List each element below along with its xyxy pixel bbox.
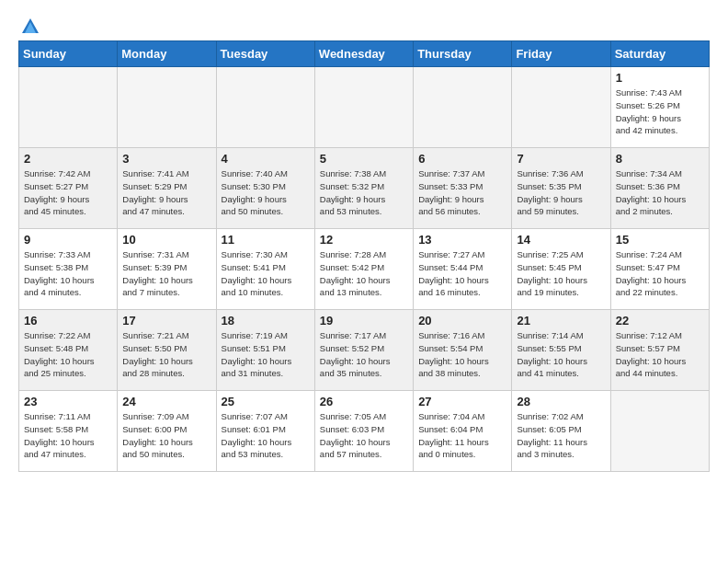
day-info: Sunrise: 7:36 AM Sunset: 5:35 PM Dayligh…: [517, 167, 605, 218]
day-info: Sunrise: 7:40 AM Sunset: 5:30 PM Dayligh…: [222, 167, 310, 218]
calendar-cell: [314, 67, 413, 148]
day-info: Sunrise: 7:12 AM Sunset: 5:57 PM Dayligh…: [616, 329, 704, 380]
calendar: SundayMondayTuesdayWednesdayThursdayFrid…: [18, 40, 710, 472]
day-number: 24: [122, 395, 210, 408]
calendar-week-row: 16Sunrise: 7:22 AM Sunset: 5:48 PM Dayli…: [19, 310, 710, 391]
calendar-cell: 14Sunrise: 7:25 AM Sunset: 5:45 PM Dayli…: [512, 229, 610, 310]
calendar-cell: 9Sunrise: 7:33 AM Sunset: 5:38 PM Daylig…: [19, 229, 118, 310]
calendar-cell: 27Sunrise: 7:04 AM Sunset: 6:04 PM Dayli…: [414, 391, 512, 472]
day-number: 8: [616, 152, 704, 166]
day-number: 14: [517, 233, 605, 247]
day-number: 18: [222, 314, 310, 327]
day-number: 19: [320, 314, 408, 327]
calendar-cell: 26Sunrise: 7:05 AM Sunset: 6:03 PM Dayli…: [314, 391, 413, 472]
day-info: Sunrise: 7:27 AM Sunset: 5:44 PM Dayligh…: [418, 248, 506, 299]
calendar-cell: [118, 67, 216, 148]
day-info: Sunrise: 7:09 AM Sunset: 6:00 PM Dayligh…: [122, 410, 210, 461]
day-info: Sunrise: 7:17 AM Sunset: 5:52 PM Dayligh…: [320, 329, 408, 380]
day-number: 10: [122, 233, 210, 247]
day-info: Sunrise: 7:02 AM Sunset: 6:05 PM Dayligh…: [517, 410, 605, 461]
calendar-cell: 25Sunrise: 7:07 AM Sunset: 6:01 PM Dayli…: [216, 391, 314, 472]
day-number: 20: [418, 314, 506, 327]
day-info: Sunrise: 7:19 AM Sunset: 5:51 PM Dayligh…: [222, 329, 310, 380]
calendar-cell: 22Sunrise: 7:12 AM Sunset: 5:57 PM Dayli…: [610, 310, 709, 391]
day-info: Sunrise: 7:30 AM Sunset: 5:41 PM Dayligh…: [222, 248, 310, 299]
calendar-cell: 7Sunrise: 7:36 AM Sunset: 5:35 PM Daylig…: [512, 148, 610, 229]
calendar-cell: 18Sunrise: 7:19 AM Sunset: 5:51 PM Dayli…: [216, 310, 314, 391]
day-info: Sunrise: 7:33 AM Sunset: 5:38 PM Dayligh…: [24, 248, 112, 299]
day-number: 28: [517, 395, 605, 408]
calendar-cell: 24Sunrise: 7:09 AM Sunset: 6:00 PM Dayli…: [118, 391, 216, 472]
day-info: Sunrise: 7:05 AM Sunset: 6:03 PM Dayligh…: [320, 410, 408, 461]
calendar-week-row: 23Sunrise: 7:11 AM Sunset: 5:58 PM Dayli…: [19, 391, 710, 472]
day-number: 13: [418, 233, 506, 247]
logo: [18, 17, 40, 33]
weekday-header-row: SundayMondayTuesdayWednesdayThursdayFrid…: [19, 41, 710, 67]
day-number: 16: [24, 314, 112, 327]
calendar-cell: [216, 67, 314, 148]
weekday-header-tuesday: Tuesday: [216, 41, 314, 67]
day-info: Sunrise: 7:25 AM Sunset: 5:45 PM Dayligh…: [517, 248, 605, 299]
calendar-cell: 21Sunrise: 7:14 AM Sunset: 5:55 PM Dayli…: [512, 310, 610, 391]
calendar-week-row: 1Sunrise: 7:43 AM Sunset: 5:26 PM Daylig…: [19, 67, 710, 148]
calendar-cell: 17Sunrise: 7:21 AM Sunset: 5:50 PM Dayli…: [118, 310, 216, 391]
weekday-header-friday: Friday: [512, 41, 610, 67]
calendar-cell: 16Sunrise: 7:22 AM Sunset: 5:48 PM Dayli…: [19, 310, 118, 391]
calendar-cell: 15Sunrise: 7:24 AM Sunset: 5:47 PM Dayli…: [610, 229, 709, 310]
calendar-cell: 12Sunrise: 7:28 AM Sunset: 5:42 PM Dayli…: [314, 229, 413, 310]
day-number: 22: [616, 314, 704, 327]
calendar-cell: 1Sunrise: 7:43 AM Sunset: 5:26 PM Daylig…: [610, 67, 709, 148]
calendar-cell: 5Sunrise: 7:38 AM Sunset: 5:32 PM Daylig…: [314, 148, 413, 229]
day-info: Sunrise: 7:16 AM Sunset: 5:54 PM Dayligh…: [418, 329, 506, 380]
day-info: Sunrise: 7:28 AM Sunset: 5:42 PM Dayligh…: [320, 248, 408, 299]
day-info: Sunrise: 7:24 AM Sunset: 5:47 PM Dayligh…: [616, 248, 704, 299]
calendar-cell: 2Sunrise: 7:42 AM Sunset: 5:27 PM Daylig…: [19, 148, 118, 229]
day-info: Sunrise: 7:22 AM Sunset: 5:48 PM Dayligh…: [24, 329, 112, 380]
calendar-cell: [610, 391, 709, 472]
calendar-cell: 3Sunrise: 7:41 AM Sunset: 5:29 PM Daylig…: [118, 148, 216, 229]
day-info: Sunrise: 7:04 AM Sunset: 6:04 PM Dayligh…: [418, 410, 506, 461]
day-info: Sunrise: 7:43 AM Sunset: 5:26 PM Dayligh…: [616, 86, 704, 137]
calendar-week-row: 9Sunrise: 7:33 AM Sunset: 5:38 PM Daylig…: [19, 229, 710, 310]
calendar-cell: 11Sunrise: 7:30 AM Sunset: 5:41 PM Dayli…: [216, 229, 314, 310]
day-info: Sunrise: 7:14 AM Sunset: 5:55 PM Dayligh…: [517, 329, 605, 380]
day-info: Sunrise: 7:37 AM Sunset: 5:33 PM Dayligh…: [418, 167, 506, 218]
day-number: 1: [616, 71, 704, 85]
day-number: 7: [517, 152, 605, 166]
day-number: 12: [320, 233, 408, 247]
day-info: Sunrise: 7:11 AM Sunset: 5:58 PM Dayligh…: [24, 410, 112, 461]
day-number: 17: [122, 314, 210, 327]
calendar-cell: 23Sunrise: 7:11 AM Sunset: 5:58 PM Dayli…: [19, 391, 118, 472]
day-number: 11: [222, 233, 310, 247]
day-number: 3: [122, 152, 210, 166]
calendar-cell: 4Sunrise: 7:40 AM Sunset: 5:30 PM Daylig…: [216, 148, 314, 229]
calendar-cell: 13Sunrise: 7:27 AM Sunset: 5:44 PM Dayli…: [414, 229, 512, 310]
day-number: 5: [320, 152, 408, 166]
day-info: Sunrise: 7:41 AM Sunset: 5:29 PM Dayligh…: [122, 167, 210, 218]
calendar-cell: 6Sunrise: 7:37 AM Sunset: 5:33 PM Daylig…: [414, 148, 512, 229]
day-info: Sunrise: 7:38 AM Sunset: 5:32 PM Dayligh…: [320, 167, 408, 218]
logo-icon: [20, 17, 40, 39]
weekday-header-saturday: Saturday: [610, 41, 709, 67]
calendar-cell: 8Sunrise: 7:34 AM Sunset: 5:36 PM Daylig…: [610, 148, 709, 229]
day-info: Sunrise: 7:42 AM Sunset: 5:27 PM Dayligh…: [24, 167, 112, 218]
weekday-header-wednesday: Wednesday: [314, 41, 413, 67]
weekday-header-thursday: Thursday: [414, 41, 512, 67]
day-number: 2: [24, 152, 112, 166]
day-info: Sunrise: 7:07 AM Sunset: 6:01 PM Dayligh…: [222, 410, 310, 461]
calendar-cell: 28Sunrise: 7:02 AM Sunset: 6:05 PM Dayli…: [512, 391, 610, 472]
day-info: Sunrise: 7:21 AM Sunset: 5:50 PM Dayligh…: [122, 329, 210, 380]
day-number: 26: [320, 395, 408, 408]
weekday-header-monday: Monday: [118, 41, 216, 67]
day-number: 25: [222, 395, 310, 408]
calendar-cell: [19, 67, 118, 148]
day-number: 6: [418, 152, 506, 166]
calendar-cell: 19Sunrise: 7:17 AM Sunset: 5:52 PM Dayli…: [314, 310, 413, 391]
day-info: Sunrise: 7:34 AM Sunset: 5:36 PM Dayligh…: [616, 167, 704, 218]
calendar-cell: 10Sunrise: 7:31 AM Sunset: 5:39 PM Dayli…: [118, 229, 216, 310]
page: SundayMondayTuesdayWednesdayThursdayFrid…: [0, 0, 728, 481]
calendar-week-row: 2Sunrise: 7:42 AM Sunset: 5:27 PM Daylig…: [19, 148, 710, 229]
day-number: 4: [222, 152, 310, 166]
weekday-header-sunday: Sunday: [19, 41, 118, 67]
day-number: 23: [24, 395, 112, 408]
